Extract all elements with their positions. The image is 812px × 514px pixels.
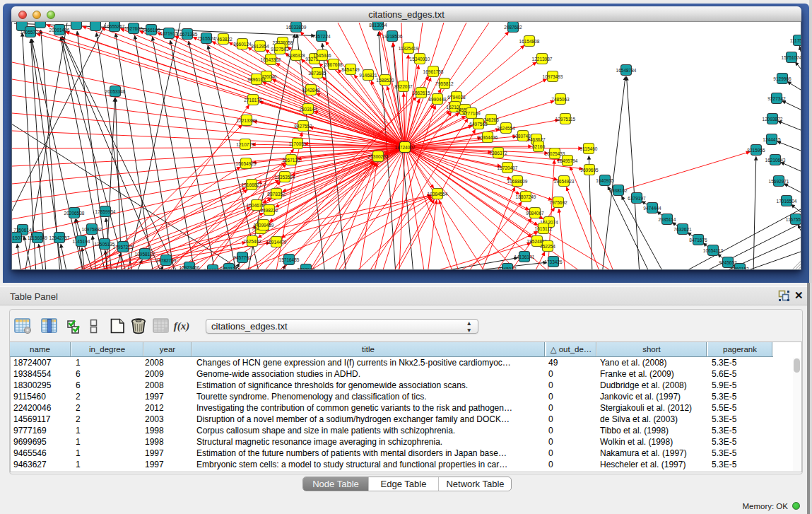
- svg-text:1145194: 1145194: [73, 239, 90, 244]
- svg-text:9498222: 9498222: [260, 208, 278, 213]
- svg-text:9146821: 9146821: [359, 73, 377, 78]
- svg-text:7733019: 7733019: [297, 267, 315, 269]
- svg-text:7515524: 7515524: [197, 36, 216, 41]
- svg-text:1362615: 1362615: [412, 90, 430, 95]
- svg-text:3873685: 3873685: [308, 71, 326, 76]
- svg-text:9115460: 9115460: [580, 146, 598, 151]
- svg-text:15751074: 15751074: [782, 55, 801, 60]
- svg-text:9245652: 9245652: [719, 260, 737, 265]
- svg-text:6379197: 6379197: [628, 196, 646, 201]
- svg-text:9920331: 9920331: [204, 268, 222, 269]
- svg-text:2803144: 2803144: [299, 107, 317, 112]
- svg-text:2935114: 2935114: [659, 217, 676, 222]
- svg-text:1244415: 1244415: [763, 137, 781, 142]
- svg-text:12213389: 12213389: [237, 118, 257, 123]
- svg-text:9460152: 9460152: [731, 267, 749, 269]
- svg-text:8471676: 8471676: [689, 238, 707, 243]
- svg-text:8813054: 8813054: [369, 23, 387, 28]
- svg-text:8912954: 8912954: [251, 44, 269, 49]
- svg-text:7955812: 7955812: [435, 81, 454, 86]
- svg-text:7463822: 7463822: [214, 37, 233, 42]
- svg-text:14055724: 14055724: [20, 30, 41, 35]
- svg-text:9129966: 9129966: [773, 76, 792, 81]
- svg-text:16914479: 16914479: [266, 240, 287, 245]
- svg-text:25300203: 25300203: [368, 154, 389, 159]
- svg-text:15720407: 15720407: [498, 165, 518, 170]
- svg-text:17957225: 17957225: [113, 245, 134, 250]
- svg-text:9699695: 9699695: [580, 168, 599, 173]
- svg-text:11325419: 11325419: [399, 46, 419, 51]
- svg-text:16154808: 16154808: [519, 39, 540, 44]
- svg-text:8427552: 8427552: [294, 124, 312, 129]
- svg-text:18724007: 18724007: [395, 145, 416, 150]
- svg-text:19166827: 19166827: [242, 182, 262, 187]
- svg-text:3624554: 3624554: [497, 126, 515, 131]
- svg-text:1733426: 1733426: [544, 259, 563, 264]
- svg-text:9896103: 9896103: [247, 77, 266, 82]
- svg-text:12213987: 12213987: [532, 57, 553, 62]
- svg-text:7350614: 7350614: [13, 228, 32, 233]
- svg-text:3267130: 3267130: [282, 158, 300, 163]
- svg-text:8938102: 8938102: [609, 188, 628, 193]
- svg-text:11156849: 11156849: [28, 235, 47, 240]
- svg-text:12923466: 12923466: [180, 265, 200, 269]
- svg-text:8660124: 8660124: [233, 42, 252, 47]
- svg-text:18807249: 18807249: [516, 194, 536, 199]
- svg-text:10025433: 10025433: [545, 151, 565, 156]
- svg-text:20053346: 20053346: [105, 89, 126, 94]
- svg-text:8186328: 8186328: [287, 53, 305, 58]
- svg-text:10688609: 10688609: [507, 179, 528, 184]
- svg-text:20364436: 20364436: [478, 135, 498, 140]
- svg-text:12975115: 12975115: [555, 117, 576, 122]
- svg-text:14136141: 14136141: [514, 255, 535, 259]
- svg-text:7632621: 7632621: [673, 227, 692, 232]
- svg-text:8322037: 8322037: [394, 84, 413, 89]
- svg-text:10973493: 10973493: [543, 74, 563, 79]
- svg-text:9777169: 9777169: [462, 111, 481, 116]
- svg-text:16654925: 16654925: [236, 161, 257, 166]
- svg-text:6497568: 6497568: [469, 122, 488, 127]
- svg-text:16210643: 16210643: [765, 158, 786, 163]
- svg-text:16671385: 16671385: [177, 32, 198, 37]
- svg-text:9474444: 9474444: [643, 206, 661, 211]
- svg-text:1527602: 1527602: [124, 26, 143, 31]
- svg-text:7485063: 7485063: [551, 97, 570, 102]
- svg-text:18495794: 18495794: [558, 158, 578, 163]
- svg-text:2718176: 2718176: [244, 98, 262, 103]
- svg-text:9245012: 9245012: [498, 267, 517, 269]
- svg-text:12942757: 12942757: [49, 235, 70, 240]
- svg-text:19218506: 19218506: [382, 34, 403, 39]
- svg-text:9227342: 9227342: [767, 96, 786, 101]
- svg-text:16033809: 16033809: [286, 25, 307, 30]
- svg-text:8990448: 8990448: [428, 97, 447, 102]
- svg-text:9242848: 9242848: [302, 88, 320, 93]
- svg-text:1071915: 1071915: [160, 31, 178, 36]
- svg-text:8454749: 8454749: [341, 67, 360, 72]
- svg-text:1640935: 1640935: [596, 178, 614, 183]
- svg-text:10655267: 10655267: [105, 24, 125, 29]
- svg-text:f(x): f(x): [174, 320, 190, 332]
- svg-text:2867608: 2867608: [324, 62, 343, 67]
- svg-text:7625402: 7625402: [243, 239, 261, 244]
- svg-text:8451131: 8451131: [220, 267, 238, 269]
- svg-text:9084067: 9084067: [526, 211, 544, 216]
- svg-text:15716485: 15716485: [279, 257, 300, 262]
- svg-text:8878352: 8878352: [267, 192, 286, 197]
- svg-text:11675533: 11675533: [786, 217, 801, 222]
- svg-text:19384554: 19384554: [428, 192, 448, 197]
- svg-text:15340910: 15340910: [410, 57, 430, 62]
- svg-text:20091406: 20091406: [49, 28, 70, 33]
- svg-text:10958107: 10958107: [135, 252, 155, 257]
- svg-text:7386372: 7386372: [489, 151, 507, 156]
- svg-text:1117504: 1117504: [790, 38, 801, 43]
- svg-text:62160: 62160: [532, 144, 545, 149]
- svg-text:16543362: 16543362: [261, 57, 281, 62]
- svg-text:10654112: 10654112: [703, 248, 724, 253]
- svg-text:6466160: 6466160: [142, 28, 160, 33]
- svg-text:9457791: 9457791: [233, 255, 252, 260]
- svg-text:1210773: 1210773: [236, 142, 254, 147]
- svg-text:1588520: 1588520: [376, 78, 394, 83]
- svg-text:2087682: 2087682: [504, 25, 522, 30]
- svg-text:15692971: 15692971: [769, 179, 789, 184]
- svg-text:17016504: 17016504: [777, 199, 797, 204]
